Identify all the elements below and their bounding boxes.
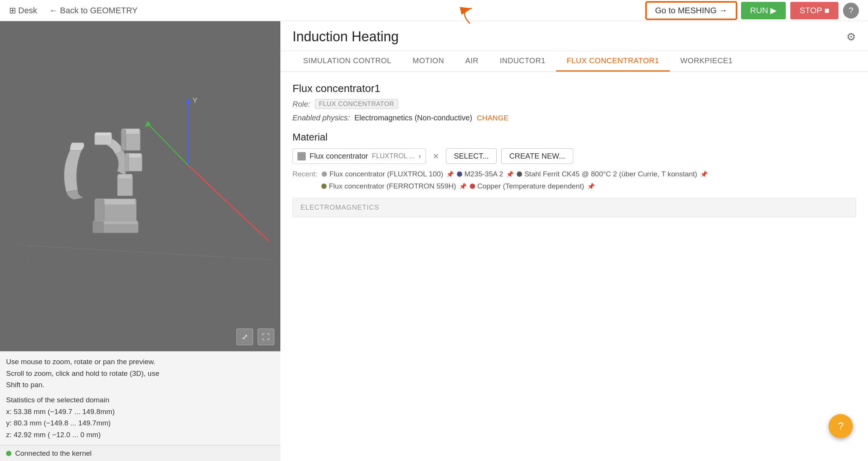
tabs-bar: SIMULATION CONTROL MOTION AIR INDUCTOR1 … (280, 51, 868, 72)
panel-title: Induction Heating (292, 29, 399, 51)
recent-item-4[interactable]: Flux concentrator (FERROTRON 559H) 📌 (321, 182, 467, 190)
recent-dot-5 (470, 184, 475, 189)
run-button[interactable]: RUN ▶ (741, 2, 786, 19)
tab-simulation-control[interactable]: SIMULATION CONTROL (292, 51, 402, 72)
recent-dot-2 (457, 171, 462, 177)
material-title: Material (292, 131, 856, 143)
select-material-button[interactable]: SELECT... (446, 148, 497, 164)
viewport-instructions-line2: Scroll to zoom, click and hold to rotate… (6, 368, 274, 379)
recent-item-2[interactable]: M235-35A 2 📌 (457, 170, 514, 178)
top-bar: ⊞ Desk ← Back to GEOMETRY Go to MESHING … (0, 0, 868, 21)
status-label: Connected to the kernel (15, 449, 92, 458)
material-color-swatch (297, 152, 306, 160)
status-dot (6, 451, 11, 456)
svg-rect-21 (95, 199, 104, 222)
viewport-controls: ⤢ ⛶ (236, 329, 274, 345)
viewport-instructions-line1: Use mouse to zoom, rotate or pan the pre… (6, 356, 274, 368)
material-chevron-icon[interactable]: › (419, 152, 421, 160)
top-bar-left: ⊞ Desk ← Back to GEOMETRY (9, 6, 138, 16)
status-bar: Connected to the kernel (0, 445, 280, 461)
create-material-button[interactable]: CREATE NEW... (501, 148, 573, 164)
svg-rect-0 (0, 63, 280, 309)
flux-concentrator-title: Flux concentrator1 (292, 83, 856, 95)
recent-dot-1 (322, 171, 327, 177)
recent-pin-4[interactable]: 📌 (459, 183, 467, 190)
recent-materials-row-2: Flux concentrator (FERROTRON 559H) 📌 Cop… (292, 182, 856, 190)
tab-workpiece1[interactable]: WORKPIECE1 (670, 51, 743, 72)
svg-rect-18 (118, 174, 132, 179)
fullscreen-icon: ⛶ (262, 333, 270, 341)
physics-row: Enabled physics: Electromagnetics (Non-c… (292, 114, 856, 122)
stats-title: Statistics of the selected domain (6, 394, 274, 406)
desk-link[interactable]: ⊞ Desk (9, 6, 37, 16)
viewport-fullscreen-button[interactable]: ⛶ (258, 329, 274, 345)
top-bar-right: Go to MESHING → RUN ▶ STOP ■ ? (646, 2, 859, 19)
viewport[interactable]: Y (0, 21, 280, 351)
tab-flux-concentrator1[interactable]: FLUX CONCENTRATOR1 (556, 51, 670, 72)
em-title: ELECTROMAGNETICS (300, 204, 848, 212)
physics-change-button[interactable]: CHANGE (477, 114, 508, 122)
viewport-instructions-line3: Shift to pan. (6, 379, 274, 391)
float-help-icon: ? (838, 420, 844, 432)
gear-icon[interactable]: ⚙ (846, 31, 856, 49)
stop-label: STOP ■ (799, 6, 829, 16)
recent-name-1: Flux concentrator (FLUXTROL 100) (329, 170, 443, 178)
recent-item-1[interactable]: Flux concentrator (FLUXTROL 100) 📌 (322, 170, 454, 178)
recent-item-5[interactable]: Copper (Temperature dependent) 📌 (470, 182, 595, 190)
fit-icon: ⤢ (242, 332, 248, 341)
help-button[interactable]: ? (843, 3, 859, 19)
svg-rect-10 (95, 132, 111, 135)
svg-rect-24 (93, 221, 103, 233)
material-name: Flux concentrator (310, 152, 368, 160)
viewport-info: Use mouse to zoom, rotate or pan the pre… (0, 351, 280, 445)
tab-inductor1[interactable]: INDUCTOR1 (489, 51, 556, 72)
stop-button[interactable]: STOP ■ (790, 2, 838, 19)
svg-rect-13 (121, 129, 126, 150)
recent-materials-row: Recent: Flux concentrator (FLUXTROL 100)… (292, 170, 856, 178)
tab-motion[interactable]: MOTION (402, 51, 455, 72)
float-help-button[interactable]: ? (829, 414, 853, 438)
go-meshing-button[interactable]: Go to MESHING → (646, 2, 737, 19)
role-row: Role: FLUX CONCENTRATOR (292, 99, 856, 109)
role-badge: FLUX CONCENTRATOR (315, 99, 399, 109)
material-clear-button[interactable]: ✕ (430, 151, 441, 162)
recent-pin-1[interactable]: 📌 (446, 171, 454, 178)
recent-pin-2[interactable]: 📌 (506, 171, 514, 178)
stats-x: x: 53.38 mm (−149.7 ... 149.8mm) (6, 406, 274, 417)
electromagnetics-section: ELECTROMAGNETICS (292, 198, 856, 217)
recent-name-2: M235-35A 2 (464, 170, 503, 178)
run-label: RUN ▶ (750, 6, 777, 16)
recent-label: Recent: (292, 170, 317, 178)
recent-pin-5[interactable]: 📌 (587, 183, 595, 190)
material-box[interactable]: Flux concentrator FLUXTROL ... › (292, 148, 426, 164)
main-layout: Y (0, 21, 868, 461)
stats-z: z: 42.92 mm ( −12.0 ... 0 mm) (6, 429, 274, 441)
go-meshing-label: Go to MESHING → (655, 6, 727, 16)
material-selector: Flux concentrator FLUXTROL ... › ✕ SELEC… (292, 148, 856, 164)
help-icon: ? (849, 6, 853, 16)
back-geometry-label: ← Back to GEOMETRY (49, 6, 138, 16)
panel-header: Induction Heating ⚙ (280, 21, 868, 51)
viewport-fit-button[interactable]: ⤢ (236, 329, 253, 345)
recent-name-3: Stahl Ferrit CK45 @ 800°C 2 (über Currie… (524, 170, 697, 178)
3d-scene: Y (0, 21, 280, 351)
recent-dot-3 (517, 171, 522, 177)
stats-y: y: 80.3 mm (−149.8 ... 149.7mm) (6, 417, 274, 429)
panel-content: Flux concentrator1 Role: FLUX CONCENTRAT… (280, 72, 868, 461)
recent-name-5: Copper (Temperature dependent) (477, 182, 584, 190)
recent-pin-3[interactable]: 📌 (700, 171, 708, 178)
material-sub: FLUXTROL ... (372, 152, 415, 160)
recent-item-3[interactable]: Stahl Ferrit CK45 @ 800°C 2 (über Currie… (517, 170, 708, 178)
material-section: Material Flux concentrator FLUXTROL ... … (292, 131, 856, 190)
right-panel: Induction Heating ⚙ SIMULATION CONTROL M… (280, 21, 868, 461)
desk-icon: ⊞ (9, 6, 16, 16)
desk-label: Desk (18, 6, 37, 16)
recent-dot-4 (321, 184, 327, 189)
physics-label: Enabled physics: (292, 114, 350, 122)
role-label: Role: (292, 100, 310, 109)
svg-text:Y: Y (192, 96, 197, 104)
tab-air[interactable]: AIR (455, 51, 489, 72)
left-panel: Y (0, 21, 280, 461)
recent-name-4: Flux concentrator (FERROTRON 559H) (329, 182, 456, 190)
back-geometry-link[interactable]: ← Back to GEOMETRY (49, 6, 138, 16)
